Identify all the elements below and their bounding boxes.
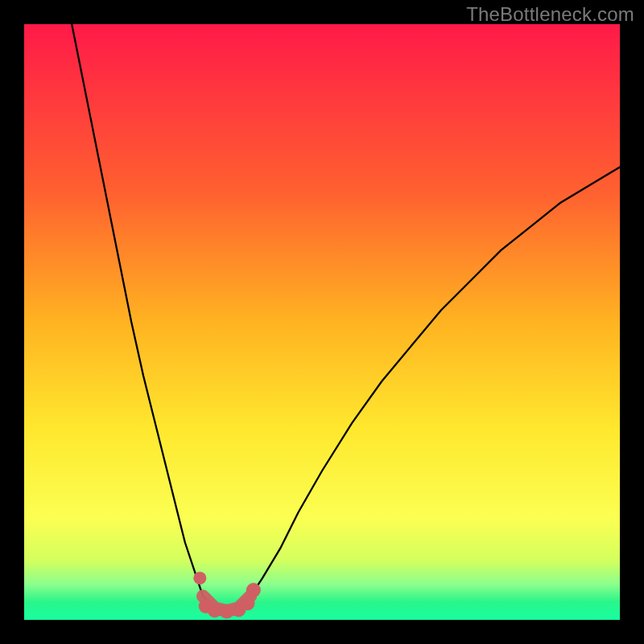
marker-dot (241, 596, 255, 610)
gradient-background (24, 24, 620, 620)
marker-dot (193, 572, 206, 584)
chart-frame: TheBottleneck.com (0, 0, 644, 644)
plot-area (24, 24, 620, 620)
watermark-text: TheBottleneck.com (466, 3, 634, 26)
chart-svg (24, 24, 620, 620)
marker-dot (246, 583, 261, 597)
